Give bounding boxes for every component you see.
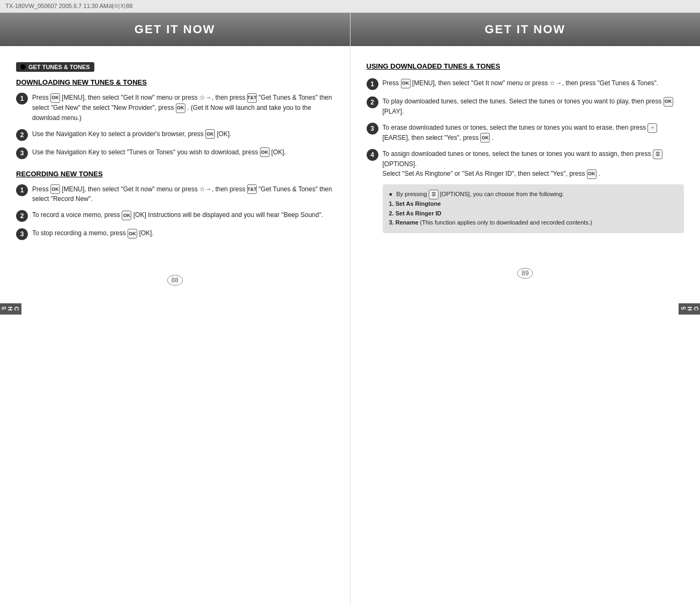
ok-button-icon4: OK — [260, 147, 270, 157]
info-box: ● By pressing ☰ [OPTIONS], you can choos… — [383, 184, 684, 233]
top-bar-text: TX-180VW_050607 2005.6.7 11:30 AM페이지88 — [5, 3, 132, 9]
section-label-get-tunes: GET TUNES & TONES — [16, 62, 94, 72]
info-item2: 2. Set As Ringer ID — [389, 210, 442, 216]
page-number-right: 89 — [351, 265, 701, 281]
step-number: 1 — [16, 184, 28, 196]
page-number-left: 88 — [0, 272, 350, 288]
recording-section: RECORDING NEW TONES 1 Press OK [MENU], t… — [16, 170, 334, 241]
step-number: 1 — [16, 93, 28, 104]
step-number: 3 — [16, 147, 28, 159]
step-item: 2 To play downloaded tunes, select the t… — [367, 96, 684, 116]
info-item3: 3. Rename (This function applies only to… — [389, 219, 592, 226]
ok-btn-r4: OK — [587, 169, 597, 179]
recording-title: RECORDING NEW TONES — [16, 170, 334, 178]
chapter-label-left: C H 5 — [0, 303, 21, 315]
chapter-label-right: C H 5 — [679, 303, 700, 315]
step-item: 3 To stop recording a memo, press OK [OK… — [16, 228, 334, 240]
step-number: 2 — [16, 129, 28, 141]
downloading-section: DOWNLOADING NEW TUNES & TONES 1 Press OK… — [16, 78, 334, 159]
step-text: To record a voice memo, press OK [OK] In… — [32, 210, 323, 220]
step-item: 2 Use the Navigation Key to select a pro… — [16, 129, 334, 141]
bullet-icon: ● — [389, 191, 393, 197]
ok-btn: OK — [50, 184, 60, 194]
step-item: 1 Press OK [MENU], then select "Get It n… — [16, 184, 334, 204]
step-text: To stop recording a memo, press OK [OK]. — [32, 228, 154, 238]
options-btn: ☰ — [653, 150, 662, 159]
step-text: Press OK [MENU], then select "Get It now… — [383, 78, 659, 88]
step-number: 2 — [16, 210, 28, 222]
downloading-steps: 1 Press OK [MENU], then select "Get It n… — [16, 93, 334, 159]
step-item: 3 To erase downloaded tunes or tones, se… — [367, 123, 684, 143]
ok-btn-r1: OK — [401, 79, 411, 88]
step-text: Press OK [MENU], then select "Get It now… — [32, 184, 334, 204]
step-item: 1 Press OK [MENU], then select "Get It n… — [16, 93, 334, 123]
using-title: USING DOWNLOADED TUNES & TONES — [367, 62, 684, 70]
ok-btn2: OK — [122, 211, 131, 220]
top-bar: TX-180VW_050607 2005.6.7 11:30 AM페이지88 — [0, 0, 700, 13]
recording-steps: 1 Press OK [MENU], then select "Get It n… — [16, 184, 334, 241]
ok-btn-r3: OK — [480, 133, 490, 143]
using-steps: 1 Press OK [MENU], then select "Get It n… — [367, 78, 684, 233]
right-page: GET IT NOW USING DOWNLOADED TUNES & TONE… — [351, 13, 701, 605]
step-number: 4 — [367, 149, 378, 161]
right-page-header: GET IT NOW — [351, 13, 701, 46]
ok-btn-r2: OK — [664, 97, 673, 107]
ok-btn3: OK — [128, 229, 137, 238]
step-text: Press OK [MENU], then select "Get It now… — [32, 93, 334, 123]
step-number: 2 — [367, 96, 378, 108]
erase-btn: − — [647, 123, 657, 133]
info-intro: By pressing ☰ [OPTIONS], you can choose … — [396, 191, 564, 197]
info-item1: 1. Set As Ringtone — [389, 200, 441, 207]
options-icon: ☰ — [429, 190, 438, 199]
step-text: To play downloaded tunes, select the tun… — [383, 96, 684, 116]
step-item: 4 To assign downloaded tunes or tones, s… — [367, 149, 684, 233]
step-item: 1 Press OK [MENU], then select "Get It n… — [367, 78, 684, 90]
ok-button-icon2: OK — [176, 103, 185, 113]
step-number: 1 — [367, 78, 378, 90]
step-text: Use the Navigation Key to select "Tunes … — [32, 147, 286, 158]
left-page: GET IT NOW GET TUNES & TONES DOWNLOADING… — [0, 13, 351, 605]
step-text: To erase downloaded tunes or tones, sele… — [383, 123, 684, 143]
ok-button-icon: OK — [50, 93, 60, 103]
ok-button-icon3: OK — [205, 129, 215, 139]
step-item: 2 To record a voice memo, press OK [OK] … — [16, 210, 334, 222]
tt-btn: T&T — [247, 184, 257, 194]
step-item: 3 Use the Navigation Key to select "Tune… — [16, 147, 334, 159]
tt-button-icon: T&T — [247, 93, 257, 103]
section-dot — [20, 64, 26, 70]
step-number: 3 — [16, 228, 28, 240]
downloading-title: DOWNLOADING NEW TUNES & TONES — [16, 78, 334, 86]
step-text: Use the Navigation Key to select a provi… — [32, 129, 232, 139]
step-text: To assign downloaded tunes or tones, sel… — [383, 149, 684, 233]
step-number: 3 — [367, 123, 378, 135]
left-page-header: GET IT NOW — [0, 13, 350, 46]
